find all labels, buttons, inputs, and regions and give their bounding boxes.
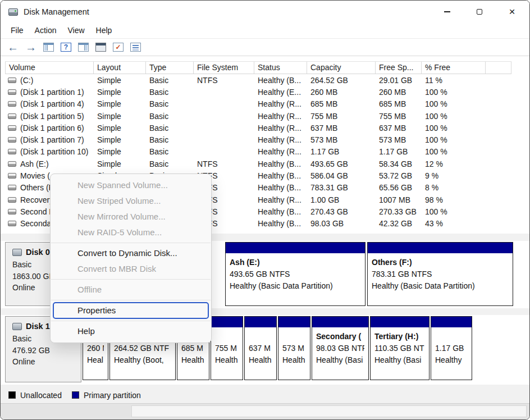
partition-status: Healthy xyxy=(435,354,468,366)
table-row[interactable]: (Disk 1 partition 7)SimpleBasicHealthy (… xyxy=(5,134,511,145)
menu-file[interactable]: File xyxy=(5,23,29,38)
column-header-status[interactable]: Status xyxy=(254,62,307,74)
legend-label: Primary partition xyxy=(84,391,141,400)
volume-cell: (Disk 1 partition 6) xyxy=(5,124,94,133)
volume-icon xyxy=(8,185,16,190)
table-row[interactable]: (Disk 1 partition 4)SimpleBasicHealthy (… xyxy=(5,98,511,110)
show-action-pane-icon[interactable] xyxy=(78,43,89,52)
cell-pct-free: 43 % xyxy=(422,219,486,228)
column-header-pct-free[interactable]: % Free xyxy=(422,62,486,74)
column-header-file-system[interactable]: File System xyxy=(194,62,254,74)
disk-status: Online xyxy=(12,356,81,368)
partition-size: 783.31 GB NTFS xyxy=(372,268,509,280)
volume-label: Movies ( xyxy=(20,171,50,180)
partition-info: Tertiary (H:)110.35 GB NTHealthy (Basi xyxy=(371,327,429,366)
forward-icon[interactable]: → xyxy=(25,42,36,53)
partition-box[interactable]: 1.17 GBHealthy xyxy=(431,316,472,380)
column-header-capacity[interactable]: Capacity xyxy=(307,62,376,74)
column-header-layout[interactable]: Layout xyxy=(94,62,146,74)
column-header-free-space[interactable]: Free Sp... xyxy=(376,62,422,74)
minimize-icon xyxy=(444,11,450,12)
legend-swatch xyxy=(8,391,16,399)
partition-status: Health xyxy=(249,354,272,366)
cell-status: Healthy (B... xyxy=(254,76,307,85)
table-row[interactable]: (Disk 1 partition 10)SimpleBasicHealthy … xyxy=(5,146,511,158)
column-header-filler xyxy=(486,62,511,74)
help-icon[interactable] xyxy=(61,43,71,52)
partition-size: 260 M xyxy=(87,343,104,354)
cell-pct-free: 8 % xyxy=(422,183,486,192)
partition-box[interactable]: 637 MHealth xyxy=(244,316,277,380)
cell-pct-free: 100 % xyxy=(422,207,486,216)
show-console-tree-icon[interactable] xyxy=(43,43,54,52)
volume-label: Ash (E:) xyxy=(20,159,49,168)
disk-size: 476.92 GB xyxy=(12,345,81,357)
volume-icon xyxy=(8,197,16,203)
check-disk-icon[interactable] xyxy=(113,43,124,52)
partition-box[interactable]: Secondary (98.03 GB NTFHealthy (Basi xyxy=(312,316,369,380)
cell-layout: Simple xyxy=(94,88,146,97)
cell-free-space: 573 MB xyxy=(376,135,422,144)
partition-title: Secondary ( xyxy=(316,331,364,343)
cell-capacity: 493.65 GB xyxy=(307,159,376,168)
column-header-type[interactable]: Type xyxy=(146,62,194,74)
minimize-button[interactable] xyxy=(434,1,460,22)
cell-pct-free: 100 % xyxy=(422,147,486,156)
cell-pct-free: 100 % xyxy=(422,124,486,133)
partition-info: Others (F:)783.31 GB NTFSHealthy (Basic … xyxy=(368,253,513,292)
cell-free-space: 755 MB xyxy=(376,112,422,121)
volume-cell: (Disk 1 partition 7) xyxy=(5,135,94,144)
partition-size: 1.17 GB xyxy=(435,343,468,354)
cell-free-space: 260 MB xyxy=(376,88,422,97)
maximize-button[interactable] xyxy=(467,1,492,22)
context-menu-item-properties[interactable]: Properties xyxy=(51,303,211,318)
table-row[interactable]: (Disk 1 partition 5)SimpleBasicHealthy (… xyxy=(5,110,511,122)
menu-action[interactable]: Action xyxy=(29,23,62,38)
context-menu-item-convert-to-dynamic-disk[interactable]: Convert to Dynamic Disk... xyxy=(51,245,211,261)
table-row[interactable]: Ash (E:)SimpleBasicNTFSHealthy (B...493.… xyxy=(5,158,511,170)
back-icon[interactable]: ← xyxy=(7,42,19,53)
table-row[interactable]: (Disk 1 partition 1)SimpleBasicHealthy (… xyxy=(5,86,511,98)
column-header-volume[interactable]: Volume xyxy=(5,62,94,74)
menu-view[interactable]: View xyxy=(62,23,90,38)
console-window-icon[interactable] xyxy=(95,43,106,52)
volume-label: Others (F xyxy=(20,183,53,192)
context-menu-item-help[interactable]: Help xyxy=(51,323,211,339)
volume-icon xyxy=(8,77,16,83)
partition-title: Tertiary (H:) xyxy=(374,331,425,343)
table-row[interactable]: (C:)SimpleBasicNTFSHealthy (B...264.52 G… xyxy=(5,74,511,86)
partition-box[interactable]: 573 MHealth xyxy=(278,316,310,380)
cell-type: Basic xyxy=(146,99,194,108)
cell-pct-free: 100 % xyxy=(422,99,486,108)
cell-pct-free: 100 % xyxy=(422,88,486,97)
report-icon[interactable] xyxy=(130,43,141,52)
partition-status: Health xyxy=(282,354,306,366)
partition-box[interactable]: 755 MHealth xyxy=(211,316,243,380)
partition-box[interactable]: Ash (E:)493.65 GB NTFSHealthy (Basic Dat… xyxy=(225,242,365,306)
cell-free-space: 42.32 GB xyxy=(376,219,422,228)
table-row[interactable]: (Disk 1 partition 6)SimpleBasicHealthy (… xyxy=(5,122,511,134)
menu-help[interactable]: Help xyxy=(90,23,118,38)
partition-size: 98.03 GB NTF xyxy=(316,343,364,354)
cell-layout: Simple xyxy=(94,147,146,156)
cell-status: Healthy (B... xyxy=(254,219,307,228)
partition-size: 110.35 GB NT xyxy=(374,343,425,354)
status-strip xyxy=(1,403,529,420)
cell-pct-free: 9 % xyxy=(422,171,486,180)
menu-separator xyxy=(51,300,211,300)
cell-layout: Simple xyxy=(94,112,146,121)
partition-color-bar xyxy=(312,317,368,327)
cell-status: Healthy (R... xyxy=(254,124,307,133)
maximize-icon xyxy=(477,9,482,15)
partition-status: Heal xyxy=(87,354,104,366)
cell-type: Basic xyxy=(146,88,194,97)
menu-separator xyxy=(51,279,211,280)
volume-cell: (C:) xyxy=(5,76,94,85)
partition-box[interactable]: Others (F:)783.31 GB NTFSHealthy (Basic … xyxy=(367,242,513,306)
cell-pct-free: 12 % xyxy=(422,159,486,168)
cell-pct-free: 100 % xyxy=(422,112,486,121)
close-button[interactable]: × xyxy=(499,1,525,22)
partition-info: 755 MHealth xyxy=(211,327,243,366)
volume-label: (Disk 1 partition 7) xyxy=(20,135,84,144)
partition-box[interactable]: Tertiary (H:)110.35 GB NTHealthy (Basi xyxy=(370,316,430,380)
